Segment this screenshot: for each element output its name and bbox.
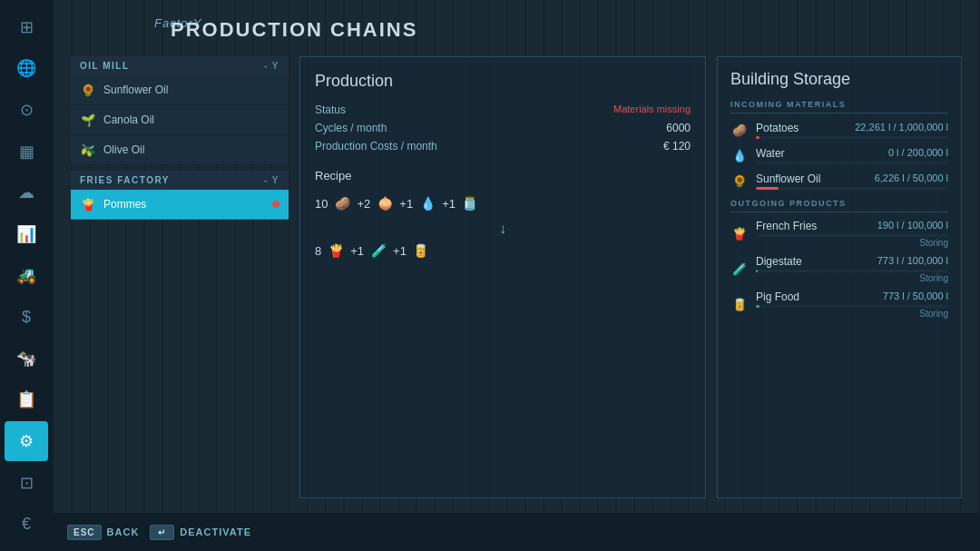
sidebar-item-animals[interactable]: 🐄 [5, 339, 48, 379]
sidebar-item-tractor[interactable]: 🚜 [5, 256, 48, 296]
potato-icon: 🥔 [332, 193, 352, 213]
steering-icon: ⊙ [20, 100, 34, 120]
cycles-value: 6000 [666, 122, 691, 134]
cycles-label: Cycles / month [315, 122, 387, 134]
plus4: +1 [350, 244, 364, 258]
water-name: Water [756, 147, 785, 160]
onion-icon: 🧅 [375, 193, 395, 213]
water-drop-icon: 💧 [417, 193, 437, 213]
back-button[interactable]: ESC BACK [67, 525, 139, 540]
sunflower-oil-in-name: Sunflower Oil [756, 172, 820, 185]
fries-icon: 🍟 [326, 241, 346, 261]
potatoes-icon: 🥔 [730, 121, 749, 139]
sidebar-item-euro[interactable]: € [5, 504, 48, 544]
potatoes-bar [756, 136, 760, 139]
costs-label: Production Costs / month [315, 140, 437, 153]
sidebar-item-settings[interactable]: ⊡ [5, 463, 48, 503]
sidebar-item-calendar[interactable]: ▦ [5, 132, 48, 172]
sidebar-item-stats[interactable]: 📊 [5, 214, 48, 254]
sunflower-oil-label: Sunflower Oil [103, 84, 168, 96]
chain-item-sunflower-oil[interactable]: 🌻 Sunflower Oil [71, 75, 289, 105]
chain-item-olive-oil[interactable]: 🫒 Olive Oil [71, 135, 289, 165]
status-value: Materials missing [613, 103, 691, 116]
pommes-dot [272, 201, 279, 208]
overview-icon: 🌐 [16, 58, 36, 78]
pig-food-bar [756, 305, 760, 308]
potatoes-info: Potatoes 22,261 l / 1,000,000 l [756, 122, 948, 139]
digestate-bar [756, 270, 758, 272]
sunflower-oil-icon-in: 🌻 [730, 172, 749, 190]
sidebar-item-steering[interactable]: ⊙ [5, 90, 48, 130]
french-fries-row: French Fries 190 l / 100,000 l [756, 220, 948, 232]
chain-item-canola-oil[interactable]: 🌱 Canola Oil [71, 105, 289, 135]
bottom-bar: ESC BACK ↵ DEACTIVATE [53, 513, 980, 551]
production-title: Production [315, 72, 691, 91]
potatoes-bar-wrap [756, 136, 948, 139]
storage-item-potatoes: 🥔 Potatoes 22,261 l / 1,000,000 l [730, 121, 948, 139]
plus3: +1 [442, 197, 456, 211]
deactivate-label: DEACTIVATE [180, 526, 251, 537]
french-fries-bar-wrap [756, 234, 948, 237]
enter-arrow: ↵ [158, 527, 166, 537]
cycles-row: Cycles / month 6000 [315, 122, 691, 134]
sunflower-oil-in-row: Sunflower Oil 6,226 l / 50,000 l [756, 172, 948, 185]
status-row: Status Materials missing [315, 103, 691, 116]
olive-oil-icon: 🫒 [80, 142, 96, 158]
pig-food-row: Pig Food 773 l / 50,000 l [756, 290, 948, 303]
sidebar-item-contracts[interactable]: 📋 [5, 379, 48, 419]
storage-item-french-fries: 🍟 French Fries 190 l / 100,000 l Storing [730, 220, 948, 248]
sunflower-oil-in-bar [756, 187, 779, 190]
storage-item-sunflower-oil-in: 🌻 Sunflower Oil 6,226 l / 50,000 l [730, 172, 948, 190]
stats-icon: 📊 [16, 224, 36, 244]
plus5: +1 [393, 244, 407, 258]
back-label: BACK [107, 526, 140, 537]
water-info: Water 0 l / 200,000 l [756, 147, 948, 164]
canola-oil-icon: 🌱 [80, 112, 96, 128]
digestate-icon-out: 🧪 [730, 261, 749, 279]
sunflower-oil-in-bar-wrap [756, 187, 948, 190]
digestate-bar-wrap [756, 270, 948, 272]
pommes-label: Pommes [103, 198, 146, 211]
columns-layout: OIL MILL - Y 🌻 Sunflower Oil 🌱 Canola Oi… [71, 56, 962, 498]
sidebar-item-map[interactable]: ⊞ [5, 7, 48, 47]
digestate-icon: 🧪 [368, 241, 388, 261]
sidebar-item-factory[interactable]: ⚙ [5, 421, 48, 461]
storage-title: Building Storage [730, 70, 948, 89]
fries-factory-header: FRIES FACTORY - Y [71, 171, 289, 190]
canola-oil-label: Canola Oil [103, 113, 154, 126]
enter-key[interactable]: ↵ [150, 525, 174, 540]
digestate-info: Digestate 773 l / 100,000 l Storing [756, 255, 948, 283]
page-title: PRODUCTION CHAINS [171, 18, 962, 42]
costs-value: € 120 [663, 140, 691, 153]
tractor-icon: 🚜 [16, 265, 36, 285]
oil-mill-suffix: - Y [264, 61, 279, 71]
map-icon: ⊞ [20, 17, 34, 37]
sunflower-oil-icon: 🌻 [80, 82, 96, 98]
water-bar-wrap [756, 162, 948, 164]
oil-mill-label: OIL MILL [80, 61, 130, 71]
digestate-amount: 773 l / 100,000 l [877, 255, 948, 266]
potatoes-name: Potatoes [756, 122, 799, 134]
pig-food-info: Pig Food 773 l / 50,000 l Storing [756, 290, 948, 319]
esc-key[interactable]: ESC [67, 525, 102, 540]
sunflower-oil-in-info: Sunflower Oil 6,226 l / 50,000 l [756, 172, 948, 190]
sidebar-item-money[interactable]: $ [5, 297, 48, 337]
digestate-row: Digestate 773 l / 100,000 l [756, 255, 948, 268]
animals-icon: 🐄 [16, 349, 36, 369]
chain-item-pommes[interactable]: 🍟 Pommes [71, 190, 289, 220]
deactivate-button[interactable]: ↵ DEACTIVATE [150, 525, 251, 540]
french-fries-status: Storing [756, 238, 948, 248]
arrow-down: ↓ [315, 221, 691, 237]
water-amount: 0 l / 200,000 l [888, 147, 948, 158]
production-panel: Production Status Materials missing Cycl… [299, 56, 706, 498]
status-label: Status [315, 103, 346, 116]
incoming-label: INCOMING MATERIALS [730, 100, 948, 113]
sidebar-item-weather[interactable]: ☁ [5, 172, 48, 212]
money-icon: $ [22, 308, 31, 327]
fries-factory-label: FRIES FACTORY [80, 175, 170, 185]
settings-icon: ⊡ [20, 473, 34, 493]
factory-icon: ⚙ [19, 431, 34, 451]
sidebar-item-overview[interactable]: 🌐 [5, 49, 48, 89]
digestate-name: Digestate [756, 255, 802, 268]
recipe-outputs-row: 8 🍟 +1 🧪 +1 🥫 [315, 241, 691, 261]
